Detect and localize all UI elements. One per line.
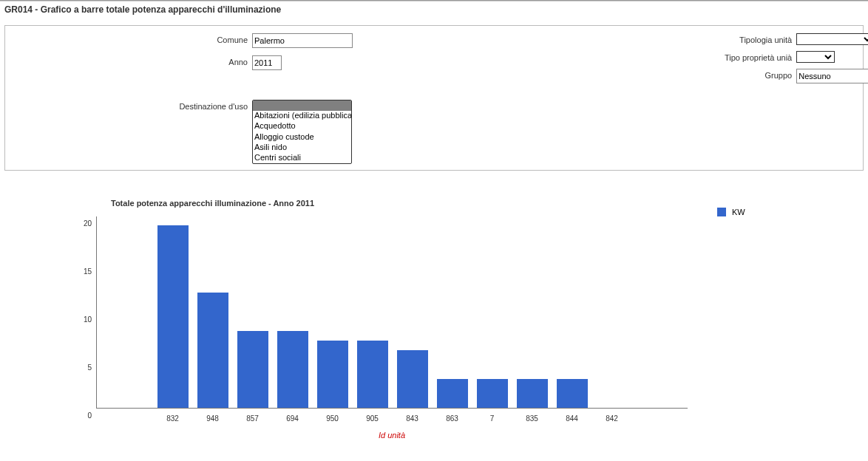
anno-label: Anno xyxy=(11,55,248,66)
x-tick: 844 xyxy=(552,414,592,423)
tipologia-select[interactable] xyxy=(796,33,868,45)
legend-label: KW xyxy=(732,208,745,216)
gruppo-input[interactable] xyxy=(796,69,868,83)
submit-area: Invia xyxy=(422,89,868,125)
page-title: GR014 - Grafico a barre totale potenza a… xyxy=(0,1,868,19)
field-anno: Anno xyxy=(11,55,400,70)
x-axis: 8329488576949509058438637835844842 xyxy=(97,414,688,423)
x-tick: 905 xyxy=(353,414,393,423)
bar xyxy=(197,293,228,408)
field-dest: Destinazione d'uso Abitazioni (edilizia … xyxy=(11,100,400,164)
bar xyxy=(437,379,468,408)
comune-label: Comune xyxy=(11,33,248,44)
form-col-right: Tipologia unità Tipo proprietà unià Grup… xyxy=(422,33,868,164)
bar xyxy=(477,379,508,408)
bar xyxy=(157,225,189,408)
field-tipologia: Tipologia unità xyxy=(422,33,868,45)
y-axis: 05101520 xyxy=(7,216,96,409)
x-tick: 863 xyxy=(433,414,472,423)
dest-label: Destinazione d'uso xyxy=(11,100,248,111)
x-tick: 832 xyxy=(153,414,193,423)
chart-grid: 8329488576949509058438637835844842 xyxy=(96,216,688,409)
x-tick: 843 xyxy=(393,414,433,423)
legend: KW xyxy=(688,193,745,216)
chart-plot: 05101520 8329488576949509058438637835844… xyxy=(7,216,688,409)
x-axis-label: Id unità xyxy=(7,409,688,440)
bar xyxy=(237,331,268,408)
gruppo-label: Gruppo xyxy=(422,69,792,80)
filter-form: Comune Anno Destinazione d'uso Abitazion… xyxy=(4,25,864,171)
field-tipoprop: Tipo proprietà unià xyxy=(422,51,868,63)
chart-title: Totale potenza apparecchi illuminazione … xyxy=(7,193,688,216)
dest-listbox[interactable]: Abitazioni (edilizia pubblica)Acquedotto… xyxy=(252,100,352,164)
legend-swatch xyxy=(717,208,726,216)
footer-row: 1. KW 19,24 --> ID. 832 - Scuole materne… xyxy=(0,440,868,461)
field-comune: Comune xyxy=(11,33,400,48)
x-tick: 835 xyxy=(512,414,552,423)
x-tick: 7 xyxy=(472,414,512,423)
y-tick: 10 xyxy=(84,315,92,324)
bar xyxy=(397,350,428,408)
bar xyxy=(277,331,308,408)
chart: Totale potenza apparecchi illuminazione … xyxy=(7,193,688,440)
x-tick: 948 xyxy=(193,414,233,423)
x-tick: 842 xyxy=(592,414,632,423)
y-tick: 5 xyxy=(87,363,92,372)
bar xyxy=(557,379,588,408)
comune-input[interactable] xyxy=(252,33,353,48)
tipoprop-label: Tipo proprietà unià xyxy=(422,51,792,62)
x-tick: 694 xyxy=(273,414,313,423)
x-tick: 950 xyxy=(313,414,353,423)
anno-input[interactable] xyxy=(252,55,282,70)
y-tick: 0 xyxy=(87,412,92,420)
tipologia-label: Tipologia unità xyxy=(422,33,792,44)
chart-area: Totale potenza apparecchi illuminazione … xyxy=(0,178,868,440)
y-tick: 15 xyxy=(84,267,92,276)
y-tick: 20 xyxy=(84,219,92,228)
bar xyxy=(517,379,548,408)
bar xyxy=(317,341,348,408)
form-col-left: Comune Anno Destinazione d'uso Abitazion… xyxy=(11,33,400,164)
tipoprop-select[interactable] xyxy=(796,51,835,63)
x-tick: 857 xyxy=(233,414,273,423)
field-gruppo: Gruppo xyxy=(422,69,868,83)
bars-container xyxy=(97,216,688,408)
bar xyxy=(357,341,388,408)
